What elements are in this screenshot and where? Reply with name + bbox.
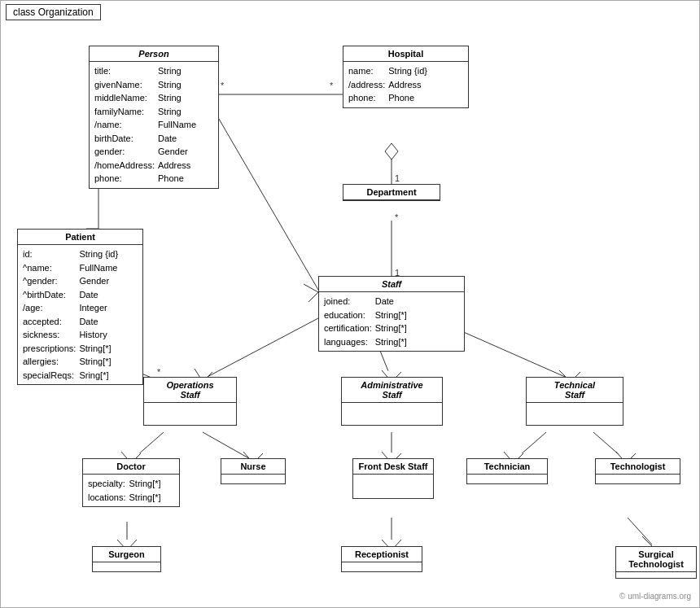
doctor-body: specialty:String[*] locations:String[*] [83, 475, 179, 506]
svg-line-7 [203, 318, 318, 379]
svg-line-13 [514, 432, 546, 461]
svg-text:*: * [157, 367, 161, 377]
technician-title: Technician [467, 459, 547, 475]
hospital-title: Hospital [343, 46, 468, 62]
surgeon-title: Surgeon [93, 547, 160, 562]
staff-box: Staff joined:Date education:String[*] ce… [318, 276, 465, 352]
administrative-staff-box: AdministrativeStaff [341, 377, 443, 426]
patient-title: Patient [18, 230, 142, 245]
patient-body: id:String {id} ^name:FullName ^gender:Ge… [18, 245, 142, 384]
front-desk-staff-box: Front Desk Staff [352, 458, 434, 499]
nurse-box: Nurse [221, 458, 286, 484]
diagram-title: class Organization [6, 4, 101, 20]
department-title: Department [343, 185, 440, 200]
staff-title: Staff [319, 277, 464, 292]
technician-box: Technician [466, 458, 548, 484]
watermark: © uml-diagrams.org [619, 592, 691, 601]
nurse-title: Nurse [221, 459, 285, 475]
patient-box: Patient id:String {id} ^name:FullName ^g… [17, 229, 143, 385]
operations-staff-title: OperationsStaff [144, 378, 236, 403]
svg-text:*: * [221, 81, 225, 90]
diagram: class Organization [0, 0, 700, 608]
svg-text:1: 1 [395, 173, 400, 183]
department-box: Department [343, 184, 440, 201]
receptionist-title: Receptionist [342, 547, 422, 562]
doctor-title: Doctor [83, 459, 179, 475]
technical-staff-title: TechnicalStaff [527, 378, 623, 403]
svg-line-10 [131, 432, 164, 461]
surgeon-box: Surgeon [92, 546, 161, 572]
person-title: Person [90, 46, 218, 62]
person-box: Person title:String givenName:String mid… [89, 46, 219, 189]
staff-body: joined:Date education:String[*] certific… [319, 292, 464, 351]
svg-line-11 [203, 432, 253, 461]
svg-line-17 [628, 518, 652, 545]
surgical-technologist-box: Surgical Technologist [615, 546, 697, 579]
administrative-staff-title: AdministrativeStaff [342, 378, 442, 403]
hospital-body: name:String {id} /address:Address phone:… [343, 62, 468, 107]
svg-marker-2 [385, 143, 398, 160]
front-desk-staff-title: Front Desk Staff [353, 459, 433, 475]
svg-line-6 [217, 115, 318, 290]
technologist-title: Technologist [596, 459, 680, 475]
svg-text:*: * [395, 212, 399, 222]
person-body: title:String givenName:String middleName… [90, 62, 218, 188]
svg-text:*: * [330, 81, 334, 90]
technical-staff-box: TechnicalStaff [526, 377, 623, 426]
doctor-box: Doctor specialty:String[*] locations:Str… [82, 458, 180, 507]
operations-staff-box: OperationsStaff [143, 377, 237, 426]
receptionist-box: Receptionist [341, 546, 422, 572]
hospital-box: Hospital name:String {id} /address:Addre… [343, 46, 469, 108]
surgical-technologist-title: Surgical Technologist [616, 547, 696, 572]
technologist-box: Technologist [595, 458, 680, 484]
svg-line-14 [593, 432, 626, 461]
